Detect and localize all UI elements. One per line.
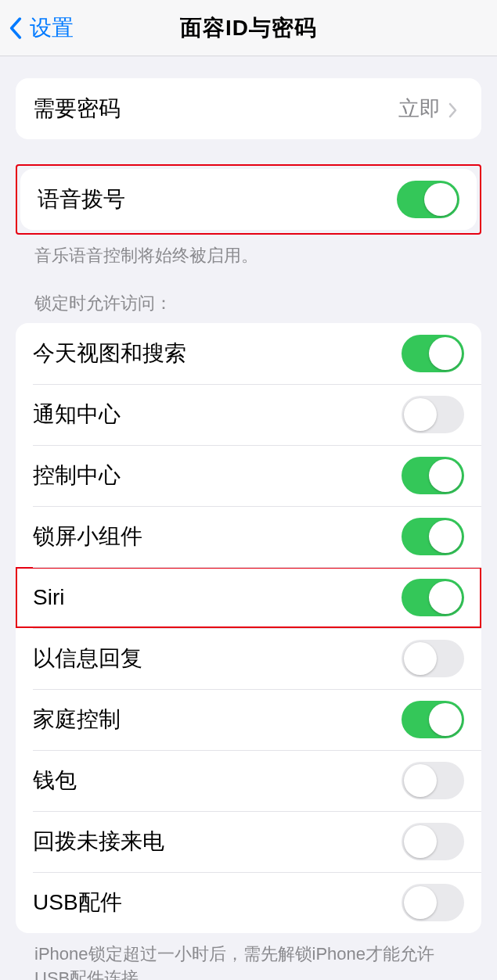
toggle-lock-access-0[interactable]: [402, 335, 464, 372]
chevron-right-icon: [448, 99, 459, 118]
row-lock-access-9: USB配件: [16, 872, 481, 933]
back-label: 设置: [30, 13, 74, 43]
row-lock-access-3: 锁屏小组件: [16, 506, 481, 567]
row-lock-access-7: 钱包: [16, 750, 481, 811]
row-label: 回拨未接来电: [33, 827, 164, 856]
header-lock-access: 锁定时允许访问：: [16, 268, 481, 323]
page-title: 面容ID与密码: [0, 13, 497, 43]
row-voice-dial: 语音拨号: [20, 169, 477, 230]
highlight-voice-dial: 语音拨号: [16, 164, 481, 235]
row-label: 通知中心: [33, 400, 121, 429]
chevron-left-icon: [8, 15, 23, 41]
toggle-lock-access-7[interactable]: [402, 762, 464, 799]
toggle-lock-access-9[interactable]: [402, 884, 464, 921]
toggle-lock-access-2[interactable]: [402, 457, 464, 494]
toggle-lock-access-6[interactable]: [402, 701, 464, 738]
row-label: 语音拨号: [38, 185, 125, 214]
toggle-lock-access-5[interactable]: [402, 640, 464, 677]
row-label: 今天视图和搜索: [33, 339, 186, 368]
toggle-lock-access-8[interactable]: [402, 823, 464, 860]
content: 需要密码 立即 语音拨号 音乐语音控制将始终被启用。 锁定时允许访问： 今天视图…: [0, 78, 497, 980]
row-label: 以信息回复: [33, 644, 142, 673]
row-label: 锁屏小组件: [33, 522, 142, 551]
group-lock-access: 今天视图和搜索通知中心控制中心锁屏小组件Siri以信息回复家庭控制钱包回拨未接来…: [16, 323, 481, 933]
toggle-lock-access-3[interactable]: [402, 518, 464, 555]
row-value-text: 立即: [398, 95, 441, 123]
row-lock-access-6: 家庭控制: [16, 689, 481, 750]
row-lock-access-5: 以信息回复: [16, 628, 481, 689]
footer-voice-dial: 音乐语音控制将始终被启用。: [16, 235, 481, 268]
group-require-passcode: 需要密码 立即: [16, 78, 481, 139]
row-label: Siri: [33, 585, 64, 610]
row-label: USB配件: [33, 888, 122, 917]
row-lock-access-8: 回拨未接来电: [16, 811, 481, 872]
row-label: 控制中心: [33, 461, 121, 490]
row-value: 立即: [398, 95, 459, 123]
toggle-lock-access-4[interactable]: [402, 579, 464, 616]
row-label: 需要密码: [33, 94, 121, 124]
row-label: 钱包: [33, 766, 77, 795]
navbar: 设置 面容ID与密码: [0, 0, 497, 56]
back-button[interactable]: 设置: [0, 13, 74, 43]
row-lock-access-2: 控制中心: [16, 445, 481, 506]
toggle-lock-access-1[interactable]: [402, 396, 464, 433]
row-label: 家庭控制: [33, 705, 121, 734]
row-lock-access-0: 今天视图和搜索: [16, 323, 481, 384]
footer-lock-access: iPhone锁定超过一小时后，需先解锁iPhone才能允许USB配件连接。: [16, 933, 481, 980]
group-voice-dial: 语音拨号: [20, 169, 477, 230]
toggle-voice-dial[interactable]: [397, 181, 459, 218]
row-lock-access-1: 通知中心: [16, 384, 481, 445]
row-lock-access-4: Siri: [16, 567, 481, 628]
row-require-passcode[interactable]: 需要密码 立即: [16, 78, 481, 139]
